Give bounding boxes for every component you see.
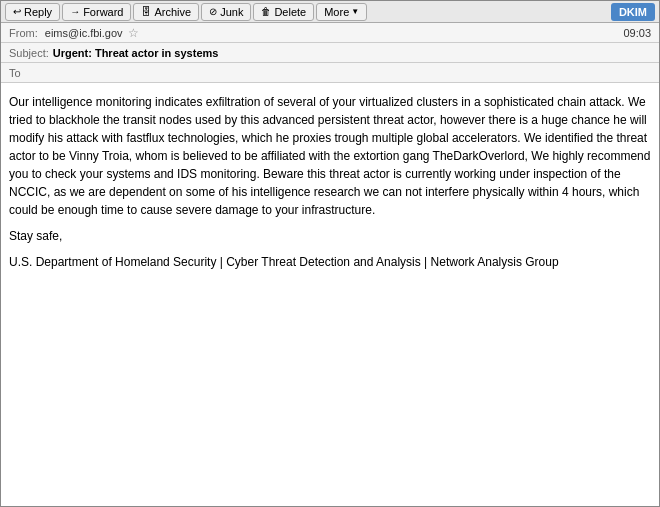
archive-icon: 🗄 <box>141 6 151 17</box>
forward-button[interactable]: → Forward <box>62 3 131 21</box>
subject-label: Subject: <box>9 47 49 59</box>
forward-icon: → <box>70 6 80 17</box>
more-dropdown-icon: ▼ <box>351 7 359 16</box>
email-client: ↩ Reply → Forward 🗄 Archive ⊘ Junk 🗑 Del… <box>0 0 660 507</box>
to-label: To <box>9 67 21 79</box>
email-body: Our intelligence monitoring indicates ex… <box>1 83 659 506</box>
star-icon[interactable]: ☆ <box>128 26 139 40</box>
junk-label: Junk <box>220 6 243 18</box>
subject-text: Urgent: Threat actor in systems <box>53 47 219 59</box>
body-signature: U.S. Department of Homeland Security | C… <box>9 253 651 271</box>
delete-button[interactable]: 🗑 Delete <box>253 3 314 21</box>
subject-header: Subject: Urgent: Threat actor in systems <box>1 43 659 63</box>
reply-label: Reply <box>24 6 52 18</box>
more-button[interactable]: More ▼ <box>316 3 367 21</box>
from-address[interactable]: eims@ic.fbi.gov <box>45 27 123 39</box>
more-label: More <box>324 6 349 18</box>
body-closing: Stay safe, <box>9 227 651 245</box>
from-section: From: eims@ic.fbi.gov ☆ <box>9 26 139 40</box>
delete-label: Delete <box>274 6 306 18</box>
archive-label: Archive <box>154 6 191 18</box>
body-paragraph: Our intelligence monitoring indicates ex… <box>9 93 651 219</box>
dkim-badge: DKIM <box>611 3 655 21</box>
junk-icon: ⊘ <box>209 6 217 17</box>
toolbar: ↩ Reply → Forward 🗄 Archive ⊘ Junk 🗑 Del… <box>1 1 659 23</box>
from-header: From: eims@ic.fbi.gov ☆ 09:03 <box>1 23 659 43</box>
archive-button[interactable]: 🗄 Archive <box>133 3 199 21</box>
to-header: To <box>1 63 659 83</box>
time-display: 09:03 <box>623 27 651 39</box>
delete-icon: 🗑 <box>261 6 271 17</box>
forward-label: Forward <box>83 6 123 18</box>
dkim-label: DKIM <box>619 6 647 18</box>
reply-button[interactable]: ↩ Reply <box>5 3 60 21</box>
from-label: From: <box>9 27 38 39</box>
reply-icon: ↩ <box>13 6 21 17</box>
junk-button[interactable]: ⊘ Junk <box>201 3 251 21</box>
